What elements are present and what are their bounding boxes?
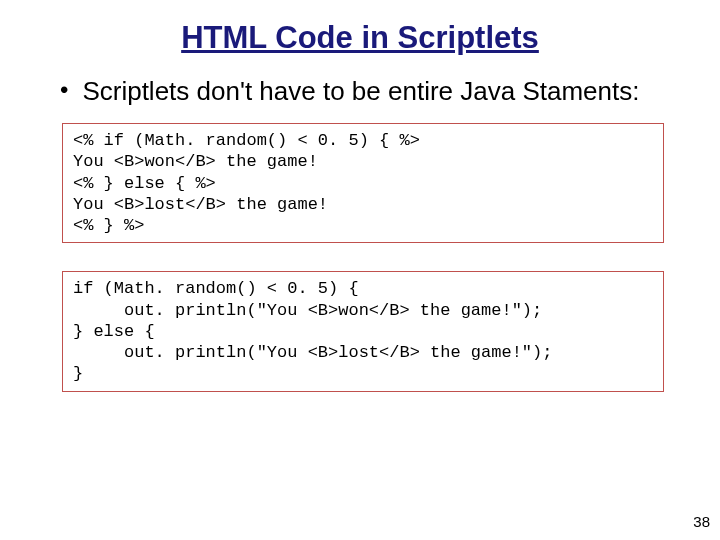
page-number: 38 [693, 513, 710, 530]
slide-title: HTML Code in Scriptlets [0, 0, 720, 74]
code-block-2: if (Math. random() < 0. 5) { out. printl… [62, 271, 664, 391]
bullet-item: • Scriptlets don't have to be entire Jav… [0, 74, 720, 109]
code-block-1: <% if (Math. random() < 0. 5) { %> You <… [62, 123, 664, 243]
bullet-text: Scriptlets don't have to be entire Java … [82, 74, 639, 109]
bullet-marker: • [60, 74, 68, 105]
